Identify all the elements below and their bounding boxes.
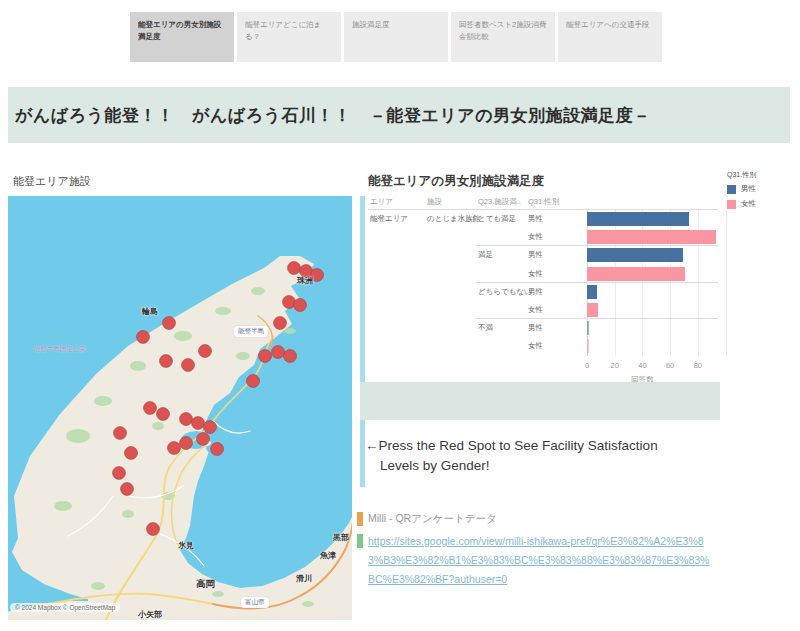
map-label-輪島: 輪島 <box>142 306 158 317</box>
legend-label: 男性 <box>741 184 756 194</box>
map-label-能登半島: 能登半島 <box>234 326 268 337</box>
instruction-text: ←Press the Red Spot to See Facility Sati… <box>365 436 717 476</box>
tab-2[interactable]: 能登エリアどこに泊まる？ <box>237 12 341 62</box>
map[interactable]: © 2024 Mapbox © OpenStreetMap 輪島珠洲能登半島能登… <box>8 196 352 620</box>
tab-5[interactable]: 能登エリアへの交通手段 <box>558 12 662 62</box>
map-label-滑川: 滑川 <box>296 573 312 584</box>
facility-label: のとじま水族館 <box>427 214 480 224</box>
dashboard-tabs: 能登エリアの男女別施設満足度能登エリアどこに泊まる？施設満足度回答者数ベスト2施… <box>130 12 662 62</box>
chart-title: 能登エリアの男女別施設満足度 <box>368 173 544 190</box>
category-label: 満足 <box>478 250 493 260</box>
map-panel-title: 能登エリア施設 <box>8 168 352 194</box>
map-label-珠洲: 珠洲 <box>297 275 313 286</box>
bar-不満-男性[interactable] <box>587 321 589 335</box>
bar-とても満足-男性[interactable] <box>587 212 689 226</box>
dashboard: 能登エリアの男女別施設満足度能登エリアどこに泊まる？施設満足度回答者数ベスト2施… <box>0 0 800 631</box>
instruction-line-1: ←Press the Red Spot to See Facility Sati… <box>365 436 717 456</box>
legend-swatch <box>727 185 736 194</box>
bar-chart: エリア施設Q23.施設満..Q31.性別能登エリアのとじま水族館とても満足男性女… <box>360 196 720 392</box>
source-link[interactable]: https://sites.google.com/view/milli-ishi… <box>368 535 709 585</box>
map-label-黒部: 黒部 <box>333 532 349 543</box>
map-label-氷見: 氷見 <box>178 540 194 551</box>
bar-不満-女性[interactable] <box>587 339 589 353</box>
x-tick: 0 <box>575 361 599 370</box>
gender-legend: Q31.性別 男性女性 <box>727 170 793 214</box>
category-label: どちらでもない <box>478 287 532 297</box>
bar-とても満足-女性[interactable] <box>587 230 716 244</box>
legend-label: 女性 <box>741 199 756 209</box>
x-tick: 60 <box>658 361 682 370</box>
legend-swatch <box>727 200 736 209</box>
page-title: がんばろう能登！！ がんばろう石川！！ －能登エリアの男女別施設満足度－ <box>8 104 651 127</box>
bar-満足-女性[interactable] <box>587 267 685 281</box>
gender-label: 男性 <box>528 250 543 260</box>
map-label-小矢部: 小矢部 <box>138 609 162 620</box>
category-label: とても満足 <box>478 214 516 224</box>
column-header: Q23.施設満.. <box>478 197 521 207</box>
category-label: 不満 <box>478 323 493 333</box>
bar-どちらでもない-男性[interactable] <box>587 285 597 299</box>
gender-label: 女性 <box>528 269 543 279</box>
group-divider <box>476 282 718 283</box>
spacer-band <box>360 382 720 420</box>
bar-どちらでもない-女性[interactable] <box>587 303 598 317</box>
gender-label: 男性 <box>528 323 543 333</box>
bar-満足-男性[interactable] <box>587 248 683 262</box>
satisfaction-panel: 能登エリアの男女別施設満足度 エリア施設Q23.施設満..Q31.性別能登エリア… <box>360 168 720 628</box>
column-header: Q31.性別 <box>528 197 559 207</box>
gender-label: 女性 <box>528 305 543 315</box>
tab-3[interactable]: 施設満足度 <box>344 12 448 62</box>
area-label: 能登エリア <box>370 214 408 224</box>
legend-item-男性: 男性 <box>727 184 793 194</box>
tab-4[interactable]: 回答者数ベスト2施設消費金額比較 <box>451 12 555 62</box>
web-object-fragment <box>357 512 363 558</box>
group-divider <box>476 318 718 319</box>
gridline <box>726 210 727 356</box>
gender-label: 男性 <box>528 287 543 297</box>
legend-item-女性: 女性 <box>727 199 793 209</box>
map-attribution[interactable]: © 2024 Mapbox © OpenStreetMap <box>10 603 120 612</box>
map-label-魚津: 魚津 <box>320 550 336 561</box>
x-tick: 80 <box>686 361 710 370</box>
source-block: Milli - QRアンケートデータ https://sites.google.… <box>368 512 716 588</box>
legend-title: Q31.性別 <box>727 170 793 180</box>
x-tick: 20 <box>603 361 627 370</box>
gender-label: 女性 <box>528 341 543 351</box>
map-label-能登半島国定公園: 能登半島国定公園 <box>34 345 86 354</box>
gender-label: 男性 <box>528 214 543 224</box>
x-tick: 40 <box>630 361 654 370</box>
instruction-line-2: Levels by Gender! <box>365 456 717 476</box>
column-header: エリア <box>370 197 393 207</box>
title-banner: がんばろう能登！！ がんばろう石川！！ －能登エリアの男女別施設満足度－ <box>8 87 790 143</box>
column-header: 施設 <box>427 197 442 207</box>
map-label-高岡: 高岡 <box>196 578 215 591</box>
tab-1[interactable]: 能登エリアの男女別施設満足度 <box>130 12 234 62</box>
group-divider <box>476 245 718 246</box>
map-labels: © 2024 Mapbox © OpenStreetMap 輪島珠洲能登半島能登… <box>8 196 352 620</box>
source-label: Milli - QRアンケートデータ <box>368 512 716 526</box>
gender-label: 女性 <box>528 232 543 242</box>
header-divider <box>368 209 718 210</box>
map-label-富山県: 富山県 <box>241 597 269 608</box>
